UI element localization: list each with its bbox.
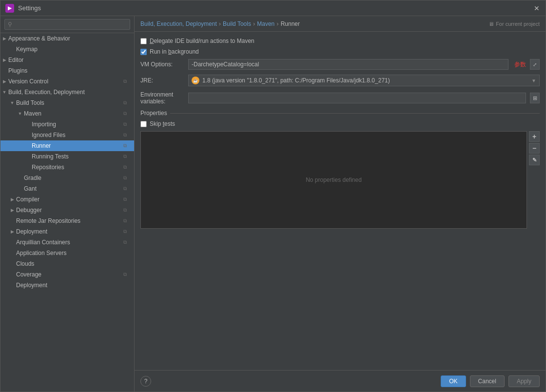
sidebar-item-plugins[interactable]: Plugins	[0, 65, 134, 76]
properties-table: No properties defined	[140, 131, 527, 229]
env-variables-label: Environment variables:	[140, 91, 184, 105]
expand-arrow	[8, 260, 16, 268]
sidebar-item-arquillian[interactable]: Arquillian Containers ⧉	[0, 237, 134, 248]
copy-icon: ⧉	[121, 271, 128, 278]
search-input[interactable]	[4, 19, 130, 30]
cancel-button[interactable]: Cancel	[470, 375, 505, 387]
properties-area: No properties defined + − ✎	[140, 131, 540, 229]
chevron-down-icon: ▼	[531, 78, 536, 83]
expand-arrow	[8, 271, 16, 278]
copy-icon: ⧉	[121, 164, 128, 171]
expand-arrow	[16, 185, 24, 193]
copy-icon: ⧉	[121, 196, 128, 203]
titlebar: ▶ Settings ✕	[0, 0, 546, 16]
breadcrumb-build-exec[interactable]: Build, Execution, Deployment	[140, 20, 217, 27]
expand-arrow: ▶	[8, 196, 16, 203]
sidebar-item-remote-jar[interactable]: Remote Jar Repositories ⧉	[0, 216, 134, 226]
help-button[interactable]: ?	[140, 376, 151, 387]
env-variables-input[interactable]	[188, 93, 526, 103]
breadcrumb-sep-2: ›	[253, 20, 255, 27]
sidebar-item-keymap[interactable]: Keymap	[0, 44, 134, 55]
run-background-checkbox[interactable]	[140, 49, 147, 55]
expand-arrow: ▼	[0, 88, 8, 96]
expand-arrow	[0, 67, 8, 75]
skip-tests-label: Skip tests	[150, 120, 175, 127]
copy-icon: ⧉	[121, 175, 128, 181]
properties-label: Properties	[140, 110, 167, 117]
expand-arrow	[8, 249, 16, 257]
expand-arrow: ▶	[0, 35, 8, 42]
for-project-label: For current project	[496, 21, 540, 27]
jre-row: JRE: ☕ 1.8 (java version "1.8.0_271", pa…	[140, 75, 540, 86]
copy-icon: ⧉	[121, 110, 128, 117]
sidebar-item-build-tools[interactable]: ▼ Build Tools ⧉	[0, 98, 134, 108]
project-icon: 🖥	[488, 21, 494, 27]
expand-arrow	[24, 153, 32, 160]
jre-label: JRE:	[140, 77, 184, 84]
sidebar-item-compiler[interactable]: ▶ Compiler ⧉	[0, 194, 134, 205]
settings-window: ▶ Settings ✕ ▶ Appearance & Behavior Key…	[0, 0, 546, 392]
env-variables-expand-button[interactable]: ⊞	[530, 93, 540, 103]
sidebar-item-coverage[interactable]: Coverage ⧉	[0, 269, 134, 280]
run-background-row: Run in background	[140, 48, 540, 55]
remove-property-button[interactable]: −	[529, 143, 540, 154]
close-button[interactable]: ✕	[533, 4, 541, 12]
delegate-ide-label: Delegate IDE build/run actions to Maven	[150, 38, 254, 44]
expand-arrow: ▼	[16, 110, 24, 118]
copy-icon: ⧉	[121, 185, 128, 192]
copy-icon: ⧉	[121, 153, 128, 160]
sidebar-item-deployment[interactable]: ▶ Deployment ⧉	[0, 226, 134, 237]
copy-icon: ⧉	[121, 207, 128, 214]
expand-arrow: ▼	[8, 99, 16, 107]
sidebar-item-running-tests[interactable]: Running Tests ⧉	[0, 151, 134, 162]
breadcrumb-runner: Runner	[281, 20, 300, 27]
copy-icon: ⧉	[121, 121, 128, 128]
properties-buttons: + − ✎	[529, 131, 540, 229]
ok-button[interactable]: OK	[441, 375, 466, 387]
breadcrumb-maven[interactable]: Maven	[257, 20, 274, 27]
delegate-ide-checkbox[interactable]	[140, 38, 147, 44]
sidebar-item-clouds[interactable]: Clouds	[0, 258, 134, 269]
content-panel: Build, Execution, Deployment › Build Too…	[135, 16, 546, 392]
footer: ? OK Cancel Apply	[135, 370, 546, 392]
section-divider	[170, 113, 540, 114]
sidebar-item-repositories[interactable]: Repositories ⧉	[0, 162, 134, 173]
jre-dropdown[interactable]: ☕ 1.8 (java version "1.8.0_271", path: C…	[188, 75, 540, 86]
sidebar-item-editor[interactable]: ▶ Editor	[0, 55, 134, 65]
footer-buttons: OK Cancel Apply	[441, 375, 540, 387]
sidebar-item-gant[interactable]: Gant ⧉	[0, 183, 134, 194]
vm-options-hint: 参数	[514, 60, 526, 69]
sidebar-item-appearance[interactable]: ▶ Appearance & Behavior	[0, 33, 134, 44]
breadcrumb-sep-3: ›	[276, 20, 278, 27]
sidebar-item-debugger[interactable]: ▶ Debugger ⧉	[0, 205, 134, 216]
expand-arrow	[24, 163, 32, 171]
sidebar-item-deployment2[interactable]: Deployment	[0, 280, 134, 291]
sidebar-item-runner[interactable]: Runner ⧉	[0, 140, 134, 151]
content-body: Delegate IDE build/run actions to Maven …	[135, 32, 546, 370]
sidebar-item-version-control[interactable]: ▶ Version Control ⧉	[0, 76, 134, 87]
expand-arrow: ▶	[0, 78, 8, 85]
delegate-ide-row: Delegate IDE build/run actions to Maven	[140, 38, 540, 44]
expand-arrow: ▶	[0, 56, 8, 64]
jre-value: 1.8 (java version "1.8.0_271", path: C:/…	[202, 77, 390, 84]
breadcrumb-build-tools[interactable]: Build Tools	[223, 20, 251, 27]
add-property-button[interactable]: +	[529, 131, 540, 142]
vm-options-row: VM Options: 参数 ⤢	[140, 59, 540, 70]
expand-arrow	[8, 238, 16, 246]
skip-tests-checkbox[interactable]	[140, 121, 147, 127]
sidebar-item-importing[interactable]: Importing ⧉	[0, 119, 134, 130]
expand-arrow	[24, 131, 32, 139]
apply-button[interactable]: Apply	[508, 375, 540, 387]
sidebar-item-maven[interactable]: ▼ Maven ⧉	[0, 108, 134, 119]
search-box	[0, 16, 134, 33]
sidebar-item-app-servers[interactable]: Application Servers	[0, 248, 134, 258]
sidebar-item-gradle[interactable]: Gradle ⧉	[0, 173, 134, 183]
properties-section-header: Properties	[140, 110, 540, 117]
vm-options-label: VM Options:	[140, 61, 184, 68]
edit-property-button[interactable]: ✎	[529, 155, 540, 165]
sidebar-item-build-exec[interactable]: ▼ Build, Execution, Deployment	[0, 87, 134, 98]
vm-options-expand-button[interactable]: ⤢	[530, 59, 540, 70]
vm-options-input[interactable]	[188, 59, 508, 70]
expand-arrow	[24, 120, 32, 128]
sidebar-item-ignored-files[interactable]: Ignored Files ⧉	[0, 130, 134, 140]
